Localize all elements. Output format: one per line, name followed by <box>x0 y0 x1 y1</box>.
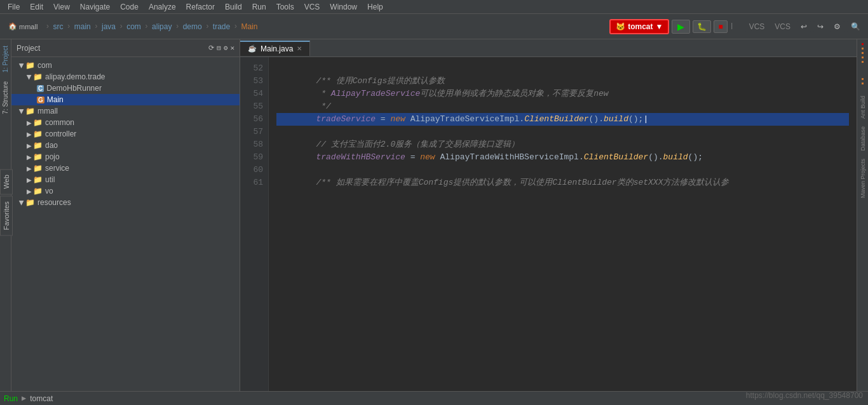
arrow-icon: ▶ <box>27 119 32 126</box>
folder-icon: 📁 <box>33 118 43 127</box>
tree-item-mmall[interactable]: ▶ 📁 mmall <box>11 105 240 117</box>
breadcrumb-sep-1: › <box>45 22 50 31</box>
folder-icon: 📁 <box>33 164 43 173</box>
project-panel: Project ⟳ ⊟ ⚙ ✕ ▶ 📁 com ▶ 📁 alipay.demo.… <box>11 39 240 391</box>
run-label: Run <box>0 394 22 403</box>
vcs-button[interactable]: VCS <box>745 21 769 32</box>
tree-label: mmall <box>37 107 58 116</box>
line-num: 59 <box>243 151 263 164</box>
menu-window[interactable]: Window <box>325 1 362 13</box>
breadcrumb-trade[interactable]: trade <box>213 22 230 31</box>
breadcrumb-mainfile[interactable]: Main <box>241 22 257 31</box>
tree-item-pojo[interactable]: ▶ 📁 pojo <box>11 151 240 163</box>
menu-edit[interactable]: Edit <box>25 1 48 13</box>
breadcrumb-sep-7: › <box>205 22 210 31</box>
tree-label: vo <box>45 187 53 196</box>
arrow-icon: ▶ <box>18 63 25 68</box>
error-marker <box>862 43 864 45</box>
breadcrumb-src[interactable]: src <box>53 22 64 31</box>
menu-file[interactable]: File <box>3 1 25 13</box>
tab-main-java[interactable]: ☕ Main.java ✕ <box>240 41 310 56</box>
toolbar-right: 🐱 tomcat ▼ ▶ 🐛 ■ | VCS VCS ↩ ↪ ⚙ 🔍 <box>609 19 864 34</box>
vcs2-button[interactable]: VCS <box>771 21 794 32</box>
tab-close-button[interactable]: ✕ <box>297 45 302 52</box>
menu-analyze[interactable]: Analyze <box>144 1 181 13</box>
menu-view[interactable]: View <box>48 1 75 13</box>
code-editor[interactable]: 52 53 54 55 56 57 58 59 60 61 /** 使用Conf… <box>240 57 857 391</box>
tree-item-alipay[interactable]: ▶ 📁 alipay.demo.trade <box>11 71 240 83</box>
breadcrumb-alipay[interactable]: alipay <box>152 22 172 31</box>
breadcrumb-main[interactable]: main <box>74 22 91 31</box>
menu-bar: File Edit View Navigate Code Analyze Ref… <box>0 0 868 14</box>
tree-item-common[interactable]: ▶ 📁 common <box>11 117 240 128</box>
undo-button[interactable]: ↩ <box>797 21 811 32</box>
folder-icon: 📁 <box>25 198 35 207</box>
sync-icon[interactable]: ⟳ <box>208 44 214 52</box>
info-marker <box>862 52 864 54</box>
database-icon[interactable]: Database <box>858 123 867 155</box>
breadcrumb-sep-5: › <box>144 22 149 31</box>
redo-button[interactable]: ↪ <box>813 21 827 32</box>
breadcrumb-java[interactable]: java <box>102 22 116 31</box>
tree-item-service[interactable]: ▶ 📁 service <box>11 163 240 174</box>
menu-tools[interactable]: Tools <box>271 1 299 13</box>
stop-button[interactable]: ■ <box>714 20 727 33</box>
line-num: 56 <box>243 113 263 126</box>
debug-button[interactable]: 🐛 <box>693 20 711 33</box>
arrow-icon: ▶ <box>27 188 32 195</box>
code-line-54: * AlipayTradeService可以使用单例或者为静态成员对象，不需要反… <box>276 88 849 100</box>
tomcat-label: tomcat <box>628 22 653 31</box>
run-button[interactable]: ▶ <box>672 20 690 34</box>
menu-help[interactable]: Help <box>362 1 388 13</box>
folder-icon: 📁 <box>33 187 43 196</box>
menu-code[interactable]: Code <box>115 1 144 13</box>
warning-marker <box>862 48 864 50</box>
code-content[interactable]: /** 使用Configs提供的默认参数 * AlipayTradeServic… <box>269 57 857 391</box>
tree-label: DemoHbRunner <box>46 84 102 93</box>
folder-icon: 📁 <box>33 141 43 150</box>
tree-item-resources[interactable]: ▶ 📁 resources <box>11 197 240 208</box>
sidebar-icon-structure[interactable]: 7: Structure <box>1 77 10 118</box>
tree-item-main[interactable]: G Main <box>11 94 240 105</box>
run-config-label: tomcat <box>26 394 57 403</box>
line-num: 57 <box>243 126 263 138</box>
menu-run[interactable]: Run <box>247 1 271 13</box>
collapse-icon[interactable]: ⊟ <box>217 44 221 52</box>
line-num: 61 <box>243 176 263 189</box>
tree-item-demohbrunner[interactable]: C DemoHbRunner <box>11 83 240 94</box>
menu-refactor[interactable]: Refactor <box>181 1 220 13</box>
tree-item-com[interactable]: ▶ 📁 com <box>11 60 240 71</box>
close-panel-icon[interactable]: ✕ <box>230 44 234 52</box>
tree-item-controller[interactable]: ▶ 📁 controller <box>11 128 240 140</box>
settings-icon[interactable]: ⚙ <box>224 44 228 52</box>
breadcrumb-com[interactable]: com <box>126 22 141 31</box>
run-icon: ▶ <box>22 394 26 403</box>
home-icon: 🏠 <box>8 22 17 30</box>
arrow-icon: ▶ <box>27 176 32 183</box>
code-line-55: */ <box>276 100 849 113</box>
sidebar-icon-web[interactable]: Web <box>0 169 13 194</box>
tree-item-dao[interactable]: ▶ 📁 dao <box>11 140 240 151</box>
tree-label: controller <box>45 129 76 138</box>
line-num: 58 <box>243 138 263 151</box>
settings-button[interactable]: ⚙ <box>830 21 844 32</box>
maven-icon[interactable]: Maven Projects <box>858 155 867 202</box>
menu-vcs[interactable]: VCS <box>299 1 325 13</box>
toolbar-mmall[interactable]: 🏠 mmall <box>4 20 42 32</box>
menu-navigate[interactable]: Navigate <box>75 1 115 13</box>
sidebar-icon-project[interactable]: 1: Project <box>1 42 10 76</box>
java-file-icon: ☕ <box>248 44 257 53</box>
tree-item-vo[interactable]: ▶ 📁 vo <box>11 185 240 197</box>
sidebar-icon-favorites[interactable]: Favorites <box>0 196 13 236</box>
arrow-icon: ▶ <box>18 109 25 114</box>
search-button[interactable]: 🔍 <box>847 21 864 32</box>
breadcrumb-sep-4: › <box>119 22 123 31</box>
ant-build-icon[interactable]: Ant Build <box>858 92 867 123</box>
breadcrumb-demo[interactable]: demo <box>183 22 202 31</box>
folder-icon: 📁 <box>33 175 43 184</box>
arrow-icon: ▶ <box>26 74 33 79</box>
menu-build[interactable]: Build <box>220 1 247 13</box>
tomcat-run-config[interactable]: 🐱 tomcat ▼ <box>609 19 669 34</box>
tree-item-util[interactable]: ▶ 📁 util <box>11 174 240 185</box>
line-num: 53 <box>243 75 263 88</box>
